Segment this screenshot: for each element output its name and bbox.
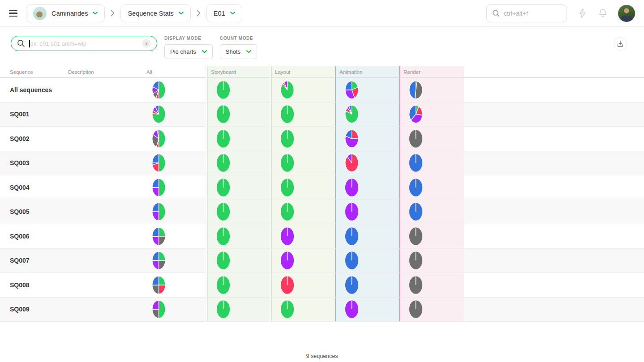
filler xyxy=(464,200,644,224)
pie-cell-storyboard xyxy=(207,175,271,200)
description-cell xyxy=(68,78,134,102)
sequence-name-cell: SQ002 xyxy=(10,127,68,151)
sequence-name-cell: SQ004 xyxy=(10,175,68,200)
lightning-icon xyxy=(577,8,588,18)
production-dropdown[interactable]: Caminandes xyxy=(26,4,105,22)
status-pie-chart xyxy=(152,129,166,148)
count-mode-select[interactable]: Shots xyxy=(220,44,257,59)
sequence-row: SQ009 xyxy=(0,298,644,322)
status-pie-chart xyxy=(345,153,359,172)
quick-actions-button[interactable] xyxy=(577,8,588,18)
gutter xyxy=(0,273,10,297)
pie-cell-render xyxy=(399,175,464,200)
gutter xyxy=(0,127,10,151)
sequence-row: SQ002 xyxy=(0,127,644,151)
column-header-label: Storyboard xyxy=(211,69,236,75)
status-pie-chart xyxy=(280,251,294,270)
description-cell xyxy=(68,127,134,151)
pie-cell-animation xyxy=(335,151,399,175)
pie-cell-layout xyxy=(271,249,335,273)
filler xyxy=(464,273,644,297)
breadcrumb-separator-icon xyxy=(111,10,115,17)
section-name: Sequence Stats xyxy=(128,10,173,17)
pie-cell-animation xyxy=(335,249,399,273)
sequence-name[interactable]: SQ001 xyxy=(10,111,30,118)
pie-cell-layout xyxy=(271,127,335,151)
magnifier-icon xyxy=(492,9,499,17)
status-pie-chart xyxy=(216,153,230,172)
export-button[interactable] xyxy=(614,37,627,51)
status-pie-chart xyxy=(152,105,166,124)
filler xyxy=(464,224,644,248)
status-pie-chart xyxy=(409,202,423,221)
breadcrumb-separator-icon xyxy=(197,10,201,17)
user-avatar[interactable] xyxy=(618,5,635,22)
pie-cell-render xyxy=(399,273,464,297)
hamburger-menu-icon[interactable] xyxy=(9,10,17,17)
magnifier-icon xyxy=(17,39,25,47)
sequence-name[interactable]: SQ004 xyxy=(10,184,30,191)
pie-cell-render xyxy=(399,127,464,151)
column-header-label: All xyxy=(146,69,152,75)
production-avatar xyxy=(33,7,47,20)
status-pie-chart xyxy=(409,178,423,197)
gutter xyxy=(0,78,10,102)
count-mode-label: COUNT MODE xyxy=(220,36,257,41)
sequence-name[interactable]: SQ002 xyxy=(10,135,30,142)
pie-cell-layout xyxy=(271,175,335,200)
status-pie-chart xyxy=(280,276,294,294)
pie-cell-layout xyxy=(271,102,335,127)
status-pie-chart xyxy=(216,251,230,270)
column-header-sequence: Sequence xyxy=(10,66,68,77)
filter-search-input[interactable] xyxy=(29,40,138,47)
status-pie-chart xyxy=(409,227,423,246)
sequence-name[interactable]: SQ008 xyxy=(10,281,30,289)
filter-bar: x DISPLAY MODE Pie charts COUNT MODE Sho… xyxy=(0,27,644,59)
pie-cell-storyboard xyxy=(207,151,271,175)
episode-dropdown[interactable]: E01 xyxy=(206,4,242,22)
pie-cell-animation xyxy=(335,78,399,102)
pie-cell-storyboard xyxy=(207,273,271,297)
sequence-name-cell: SQ008 xyxy=(10,273,68,297)
status-pie-chart xyxy=(345,178,359,197)
display-mode-select[interactable]: Pie charts xyxy=(164,44,213,59)
status-pie-chart xyxy=(152,300,166,319)
clear-search-button[interactable]: x xyxy=(142,39,151,48)
sequence-name[interactable]: SQ005 xyxy=(10,208,30,215)
pie-cell-storyboard xyxy=(207,224,271,248)
status-pie-chart xyxy=(152,81,166,99)
status-pie-chart xyxy=(409,251,423,270)
status-pie-chart xyxy=(152,251,166,270)
description-cell xyxy=(68,175,134,200)
pie-cell-layout xyxy=(271,200,335,224)
pie-cell-storyboard xyxy=(207,127,271,151)
sequence-filter-search[interactable]: x xyxy=(11,36,157,51)
count-mode-value: Shots xyxy=(226,48,240,55)
column-header-render: Render xyxy=(399,66,464,77)
global-search[interactable] xyxy=(486,4,567,22)
bell-icon xyxy=(598,8,608,18)
status-pie-chart xyxy=(216,276,230,294)
sequence-name[interactable]: SQ007 xyxy=(10,257,30,264)
sequence-name[interactable]: SQ006 xyxy=(10,233,30,240)
column-header-description: Description xyxy=(68,66,134,77)
sequence-name[interactable]: SQ003 xyxy=(10,159,30,166)
status-pie-chart xyxy=(280,178,294,197)
global-search-input[interactable] xyxy=(503,9,561,17)
sequence-name-cell: SQ005 xyxy=(10,200,68,224)
notifications-button[interactable] xyxy=(598,8,608,18)
chevron-down-icon xyxy=(179,12,184,15)
column-header-label: Animation xyxy=(339,69,362,75)
sequence-name-cell: SQ007 xyxy=(10,249,68,273)
status-pie-chart xyxy=(345,300,359,319)
pie-cell-animation xyxy=(335,102,399,127)
sequence-name-cell: SQ003 xyxy=(10,151,68,175)
description-cell xyxy=(68,224,134,248)
section-dropdown[interactable]: Sequence Stats xyxy=(120,4,190,22)
status-pie-chart xyxy=(152,178,166,197)
gutter xyxy=(0,224,10,248)
sequence-name[interactable]: SQ009 xyxy=(10,306,30,313)
download-icon xyxy=(617,40,624,47)
pie-cell-layout xyxy=(271,151,335,175)
status-pie-chart xyxy=(409,153,423,172)
